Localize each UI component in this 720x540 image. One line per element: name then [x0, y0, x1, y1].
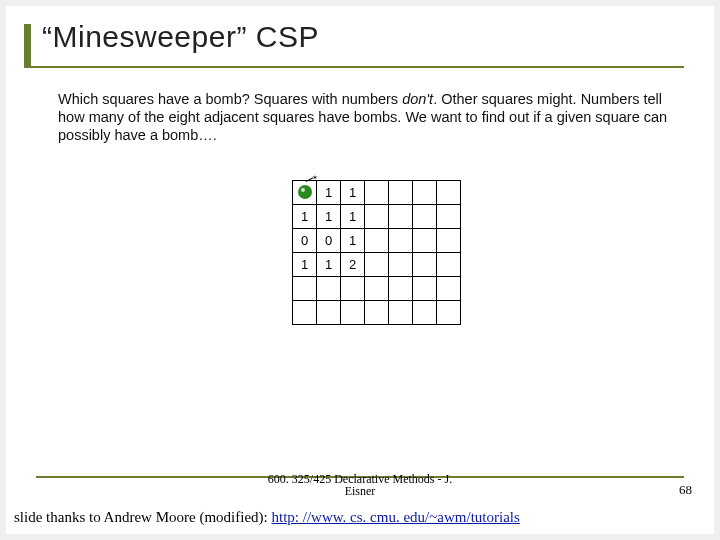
grid-cell: 1	[293, 253, 317, 277]
grid-cell	[413, 205, 437, 229]
title-underline	[24, 66, 684, 68]
slide-title: “Minesweeper” CSP	[42, 20, 319, 54]
grid-cell	[317, 301, 341, 325]
grid-cell	[365, 253, 389, 277]
grid-cell	[293, 277, 317, 301]
grid-cell: 1	[341, 205, 365, 229]
grid-cell	[341, 277, 365, 301]
grid-cell	[437, 253, 461, 277]
grid-cell: 2	[341, 253, 365, 277]
grid-cell: 1	[317, 181, 341, 205]
grid-cell: 1	[317, 205, 341, 229]
grid-cell	[365, 205, 389, 229]
credit-link[interactable]: http: //www. cs. cmu. edu/~awm/tutorials	[271, 509, 519, 525]
grid-cell: 0	[293, 229, 317, 253]
body-paragraph: Which squares have a bomb? Squares with …	[58, 90, 678, 144]
page-number: 68	[679, 482, 692, 498]
body-text-italic: don't	[402, 91, 433, 107]
grid-cell: 1	[317, 253, 341, 277]
grid-cell: 0	[317, 229, 341, 253]
grid-cell	[389, 277, 413, 301]
grid-cell	[413, 301, 437, 325]
grid-cell	[389, 181, 413, 205]
grid-cell	[437, 205, 461, 229]
grid-cell	[413, 181, 437, 205]
grid-cell	[389, 229, 413, 253]
grid-cell: 1	[341, 229, 365, 253]
grid-cell: ✶	[293, 181, 317, 205]
grid-cell	[341, 301, 365, 325]
bomb-spark-icon: ✶	[312, 176, 317, 180]
grid-cell	[317, 277, 341, 301]
grid-cell	[365, 181, 389, 205]
grid-cell	[413, 253, 437, 277]
grid-cell: 1	[293, 205, 317, 229]
grid-cell: 1	[341, 181, 365, 205]
bomb-icon	[298, 185, 312, 199]
grid-cell	[293, 301, 317, 325]
grid-cell	[437, 277, 461, 301]
grid-cell	[413, 277, 437, 301]
grid-cell	[413, 229, 437, 253]
grid-cell	[365, 301, 389, 325]
grid-cell	[389, 253, 413, 277]
grid-cell	[437, 301, 461, 325]
credit-prefix: slide thanks to Andrew Moore (modified):	[14, 509, 271, 525]
course-footer: 600. 325/425 Declarative Methods - J. Ei…	[6, 473, 714, 498]
grid-cell	[389, 301, 413, 325]
grid-cell	[437, 181, 461, 205]
title-accent-bar	[24, 24, 31, 68]
credit-line: slide thanks to Andrew Moore (modified):…	[14, 509, 714, 526]
slide: “Minesweeper” CSP Which squares have a b…	[6, 6, 714, 534]
grid-cell	[365, 229, 389, 253]
grid-cell	[365, 277, 389, 301]
minesweeper-grid: ✶11111001112	[292, 180, 461, 325]
grid-cell	[389, 205, 413, 229]
body-text-prefix: Which squares have a bomb? Squares with …	[58, 91, 402, 107]
grid-cell	[437, 229, 461, 253]
course-line-2: Eisner	[345, 484, 376, 498]
